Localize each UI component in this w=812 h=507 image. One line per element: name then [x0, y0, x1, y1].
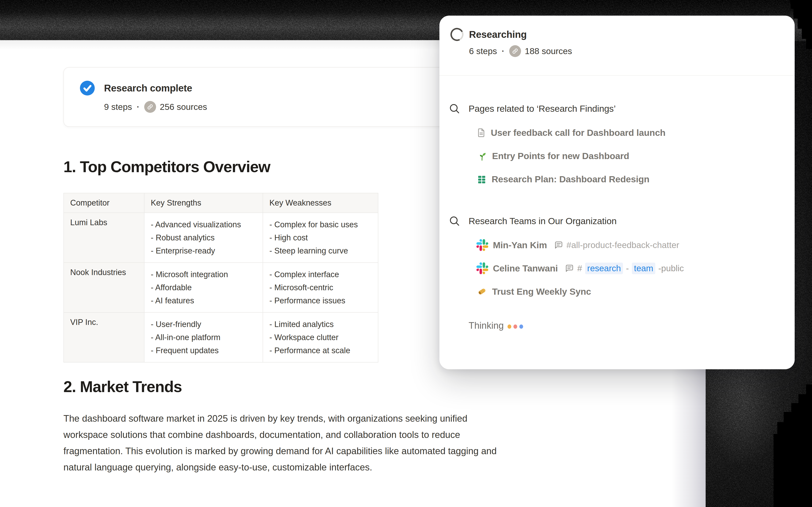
dot-orange [507, 325, 511, 329]
competitor-name: Lumi Labs [64, 213, 144, 263]
table-header-row: Competitor Key Strengths Key Weaknesses [64, 193, 378, 213]
check-circle-icon [80, 81, 95, 96]
strength-item: - Frequent updates [151, 344, 256, 357]
paragraph-line: natural language querying, alongside eas… [63, 459, 497, 475]
search-icon [449, 103, 460, 114]
channel-hash: # [577, 264, 582, 273]
heading-market-trends: 2. Market Trends [63, 378, 182, 396]
competitors-table: Competitor Key Strengths Key Weaknesses … [63, 193, 378, 362]
panel-sources-count: 188 sources [525, 46, 572, 56]
loading-spinner-icon [449, 26, 465, 43]
weakness-item: - Limited analytics [269, 318, 371, 331]
table-row: Nook Industries - Microsoft integration … [64, 263, 378, 313]
column-header-competitor: Competitor [64, 193, 144, 213]
spreadsheet-icon [476, 174, 487, 184]
result-item-person[interactable]: Celine Tanwani # research [476, 262, 783, 275]
result-item-page[interactable]: Research Plan: Dashboard Redesign [476, 172, 783, 186]
column-header-weaknesses: Key Weaknesses [263, 193, 378, 213]
result-list: User feedback call for Dashboard launch … [449, 126, 783, 186]
result-item-label[interactable]: Research Plan: Dashboard Redesign [492, 174, 649, 184]
separator-dot: · [136, 102, 140, 112]
weakness-item: - Complex interface [269, 268, 371, 281]
weakness-item: - Performance issues [269, 294, 371, 307]
channel-suffix: -public [658, 264, 684, 273]
paragraph-line: The dashboard software market in 2025 is… [63, 410, 497, 427]
result-item-page[interactable]: User feedback call for Dashboard launch [476, 126, 783, 139]
strengths-cell: - User-friendly - All-in-one platform - … [144, 313, 263, 362]
weakness-item: - Workspace clutter [269, 331, 371, 344]
strengths-cell: - Microsoft integration - Affordable - A… [144, 263, 263, 313]
search-step-teams: Research Teams in Our Organization [449, 215, 783, 227]
strength-item: - Affordable [151, 281, 256, 294]
research-complete-title: Research complete [104, 82, 192, 94]
researching-panel: Researching 6 steps · 188 sources [440, 16, 795, 369]
competitor-name: Nook Industries [64, 263, 144, 313]
thinking-label: Thinking [469, 320, 504, 331]
weakness-item: - Performance at scale [269, 344, 371, 357]
paragraph-line: workspace solutions that combine dashboa… [63, 427, 497, 443]
heading-top-competitors: 1. Top Competitors Overview [63, 158, 270, 176]
strength-item: - Robust analytics [151, 231, 256, 244]
result-item-person[interactable]: Min-Yan Kim #all-product-feedback-chatte… [476, 238, 783, 252]
strength-item: - Advanced visualizations [151, 218, 256, 231]
comment-icon [554, 240, 564, 250]
table-row: Lumi Labs - Advanced visualizations - Ro… [64, 213, 378, 263]
channel-link-research[interactable]: research [585, 263, 623, 274]
weakness-item: - High cost [269, 231, 371, 244]
separator-dot: · [501, 46, 505, 56]
search-query-label: Pages related to ‘Research Findings’ [469, 104, 616, 114]
weaknesses-cell: - Complex interface - Microsoft-centric … [263, 263, 378, 313]
panel-steps-count: 6 steps [469, 46, 497, 56]
slack-channel-label[interactable]: #all-product-feedback-chatter [566, 240, 679, 250]
thinking-status: Thinking [469, 320, 783, 331]
result-item-label[interactable]: Entry Points for new Dashboard [492, 151, 629, 161]
slack-icon [476, 239, 488, 251]
result-item-page[interactable]: Trust Eng Weekly Sync [476, 285, 783, 298]
sources-count: 256 sources [160, 102, 207, 112]
dot-blue [519, 325, 523, 329]
screenshot-canvas: Research complete 9 steps · 256 sources … [0, 0, 812, 507]
link-icon [144, 101, 156, 113]
steps-count: 9 steps [104, 102, 132, 112]
search-query-label: Research Teams in Our Organization [469, 216, 617, 226]
strength-item: - User-friendly [151, 318, 256, 331]
search-icon [449, 215, 460, 227]
competitor-name: VIP Inc. [64, 313, 144, 362]
search-step-pages: Pages related to ‘Research Findings’ [449, 102, 783, 115]
link-icon [509, 45, 521, 57]
strength-item: - AI features [151, 294, 256, 307]
channel-dash: - [626, 264, 629, 273]
strength-item: - Enterprise-ready [151, 244, 256, 257]
result-item-label[interactable]: Min-Yan Kim [493, 240, 547, 250]
panel-header: Researching 6 steps · 188 sources [440, 16, 795, 75]
strength-item: - All-in-one platform [151, 331, 256, 344]
seedling-icon [476, 151, 488, 161]
document-icon [476, 128, 486, 137]
dot-red [513, 325, 517, 329]
paragraph-line: fragmentation. This evolution is marked … [63, 443, 497, 459]
table-row: VIP Inc. - User-friendly - All-in-one pl… [64, 313, 378, 362]
weaknesses-cell: - Complex for basic uses - High cost - S… [263, 213, 378, 263]
burrito-icon [476, 286, 488, 297]
slack-icon [476, 262, 488, 274]
result-item-label[interactable]: User feedback call for Dashboard launch [491, 128, 665, 138]
strengths-cell: - Advanced visualizations - Robust analy… [144, 213, 263, 263]
weaknesses-cell: - Limited analytics - Workspace clutter … [263, 313, 378, 362]
result-list: Min-Yan Kim #all-product-feedback-chatte… [449, 238, 783, 298]
weakness-item: - Microsoft-centric [269, 281, 371, 294]
thinking-dots-icon [507, 325, 523, 329]
market-trends-paragraph: The dashboard software market in 2025 is… [63, 410, 497, 475]
result-item-page[interactable]: Entry Points for new Dashboard [476, 149, 783, 163]
strength-item: - Microsoft integration [151, 268, 256, 281]
column-header-strengths: Key Strengths [144, 193, 263, 213]
result-item-label[interactable]: Trust Eng Weekly Sync [492, 286, 591, 297]
weakness-item: - Steep learning curve [269, 244, 371, 257]
channel-link-team[interactable]: team [632, 263, 655, 274]
panel-body: Pages related to ‘Research Findings’ [440, 76, 795, 331]
weakness-item: - Complex for basic uses [269, 218, 371, 231]
result-item-label[interactable]: Celine Tanwani [493, 263, 558, 274]
comment-icon [565, 264, 574, 273]
panel-title: Researching [469, 29, 527, 40]
